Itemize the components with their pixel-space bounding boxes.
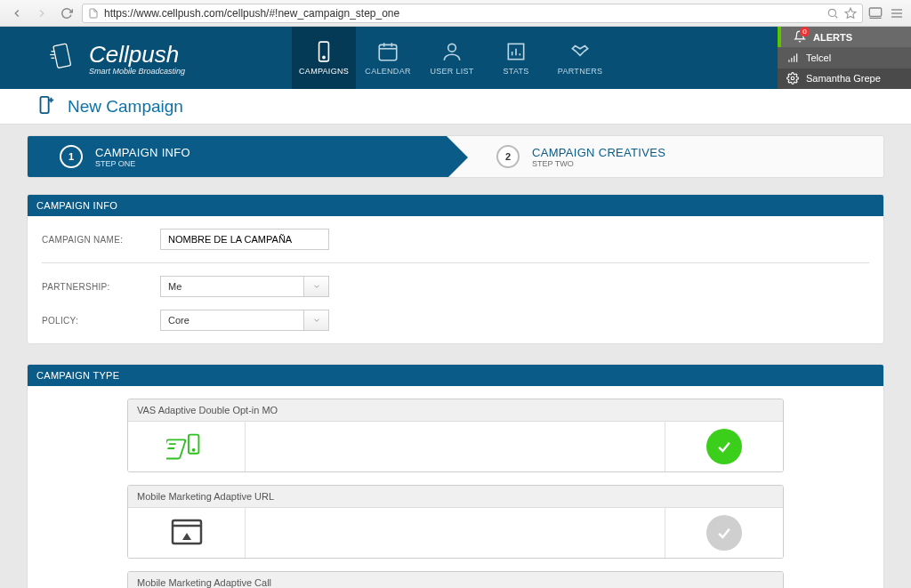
handshake-icon <box>568 40 592 63</box>
back-button[interactable] <box>7 4 27 23</box>
svg-rect-8 <box>53 43 71 68</box>
svg-rect-3 <box>869 8 881 16</box>
page-icon <box>88 8 99 19</box>
step-wizard: 1 CAMPAIGN INFO STEP ONE 2 CAMPAIGN CREA… <box>27 135 884 178</box>
check-icon <box>706 515 742 551</box>
nav-campaigns[interactable]: CAMPAIGNS <box>292 27 356 89</box>
carrier-label: Telcel <box>806 52 831 63</box>
stats-icon <box>504 40 528 63</box>
svg-rect-14 <box>379 44 397 60</box>
nav-calendar[interactable]: CALENDAR <box>356 27 420 89</box>
search-icon[interactable] <box>826 7 839 20</box>
type-label: Mobile Marketing Adaptive Call <box>128 572 783 588</box>
alert-stripe <box>778 27 781 47</box>
main-nav: CAMPAIGNS CALENDAR USER LIST STATS PARTN… <box>292 27 612 89</box>
gear-icon <box>786 72 799 85</box>
step-title: CAMPAIGN INFO <box>95 146 190 159</box>
partnership-label: PARTNERSHIP: <box>42 282 144 292</box>
alert-badge: 0 <box>800 27 810 36</box>
panel-header: CAMPAIGN TYPE <box>28 365 883 386</box>
reload-button[interactable] <box>57 4 77 23</box>
browser-toolbar: https://www.cellpush.com/cellpush/#!new_… <box>0 0 911 27</box>
signal-icon <box>786 52 799 64</box>
nav-label: PARTNERS <box>558 67 603 76</box>
campaign-name-label: CAMPAIGN NAME: <box>42 235 144 245</box>
svg-marker-2 <box>845 8 856 18</box>
vas-icon <box>128 422 246 471</box>
side-panel: 0 ALERTS Telcel Samantha Grepe <box>778 27 911 89</box>
panel-header: CAMPAIGN INFO <box>28 195 883 216</box>
partnership-select[interactable]: Me <box>160 276 329 297</box>
nav-label: CAMPAIGNS <box>299 67 349 76</box>
page-title-bar: New Campaign <box>0 89 911 125</box>
step-number: 1 <box>60 145 83 168</box>
type-label: VAS Adaptive Double Opt-in MO <box>128 399 783 422</box>
step-number: 2 <box>496 145 520 168</box>
step-one[interactable]: 1 CAMPAIGN INFO STEP ONE <box>28 136 447 177</box>
separator <box>42 262 869 263</box>
step-subtitle: STEP ONE <box>95 159 190 168</box>
campaign-type-option[interactable]: Mobile Marketing Adaptive Call <box>127 571 784 588</box>
address-bar[interactable]: https://www.cellpush.com/cellpush/#!new_… <box>82 4 863 23</box>
logo-text: Cellpush <box>89 41 185 68</box>
bell-icon: 0 <box>794 30 806 44</box>
logo-icon <box>44 39 80 77</box>
campaign-type-option[interactable]: VAS Adaptive Double Opt-in MO <box>127 399 784 472</box>
svg-point-30 <box>791 77 794 80</box>
nav-userlist[interactable]: USER LIST <box>420 27 484 89</box>
forward-button[interactable] <box>32 4 52 23</box>
logo[interactable]: Cellpush Smart Mobile Broadcasting <box>44 39 185 77</box>
select-value: Core <box>161 315 303 326</box>
nav-label: CALENDAR <box>365 67 410 76</box>
nav-partners[interactable]: PARTNERS <box>548 27 612 89</box>
alerts-row[interactable]: 0 ALERTS <box>778 27 911 47</box>
select-value: Me <box>161 281 303 292</box>
carrier-row[interactable]: Telcel <box>778 47 911 68</box>
star-icon[interactable] <box>844 7 857 20</box>
step-two[interactable]: 2 CAMPAIGN CREATIVES STEP TWO <box>447 136 883 177</box>
svg-point-13 <box>323 56 325 58</box>
devices-icon[interactable] <box>868 6 883 20</box>
page-title: New Campaign <box>68 97 183 117</box>
url-text: https://www.cellpush.com/cellpush/#!new_… <box>104 7 821 20</box>
svg-rect-39 <box>173 520 201 544</box>
policy-select[interactable]: Core <box>160 310 329 331</box>
campaign-info-panel: CAMPAIGN INFO CAMPAIGN NAME: PARTNERSHIP… <box>27 194 884 344</box>
phone-plus-icon <box>36 95 55 117</box>
svg-line-1 <box>835 15 838 18</box>
step-subtitle: STEP TWO <box>532 159 665 168</box>
nav-label: USER LIST <box>430 67 473 76</box>
chevron-down-icon <box>303 277 328 296</box>
phone-icon <box>312 40 335 63</box>
svg-point-0 <box>828 9 835 16</box>
check-icon <box>706 429 742 464</box>
chevron-down-icon <box>303 310 328 330</box>
svg-point-36 <box>192 449 194 451</box>
campaign-type-panel: CAMPAIGN TYPE VAS Adaptive Double Opt-in… <box>27 364 884 588</box>
campaign-type-option[interactable]: Mobile Marketing Adaptive URL <box>127 485 784 559</box>
nav-label: STATS <box>503 67 528 76</box>
app-header: Cellpush Smart Mobile Broadcasting CAMPA… <box>0 27 911 89</box>
step-title: CAMPAIGN CREATIVES <box>532 146 665 159</box>
user-row[interactable]: Samantha Grepe <box>778 68 911 89</box>
campaign-name-input[interactable] <box>160 229 329 250</box>
logo-tagline: Smart Mobile Broadcasting <box>89 67 185 76</box>
nav-stats[interactable]: STATS <box>484 27 548 89</box>
menu-icon[interactable] <box>890 6 904 20</box>
svg-point-21 <box>448 44 456 52</box>
svg-rect-31 <box>41 97 49 113</box>
user-icon <box>440 40 464 63</box>
url-icon <box>128 508 246 558</box>
alerts-label: ALERTS <box>813 32 852 43</box>
calendar-icon <box>376 40 399 63</box>
policy-label: POLICY: <box>42 316 144 326</box>
username-label: Samantha Grepe <box>806 73 881 84</box>
type-label: Mobile Marketing Adaptive URL <box>128 486 783 508</box>
